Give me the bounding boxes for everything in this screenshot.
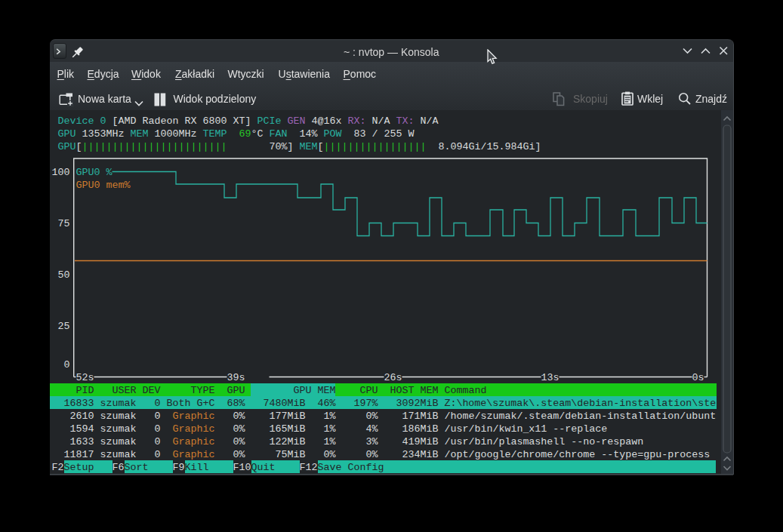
svg-text:26s: 26s <box>384 372 402 383</box>
svg-text:0: 0 <box>64 359 70 371</box>
svg-text:75: 75 <box>58 218 70 229</box>
svg-text:GPU0 %: GPU0 % <box>76 167 113 178</box>
svg-text:0s: 0s <box>692 372 704 383</box>
svg-text:52s: 52s <box>76 372 94 383</box>
svg-text:13s: 13s <box>541 372 560 383</box>
svg-text:100: 100 <box>52 167 70 178</box>
svg-text:25: 25 <box>58 321 70 332</box>
svg-text:50: 50 <box>58 269 70 281</box>
svg-text:39s: 39s <box>227 372 245 383</box>
svg-text:GPU0 mem%: GPU0 mem% <box>76 180 131 191</box>
